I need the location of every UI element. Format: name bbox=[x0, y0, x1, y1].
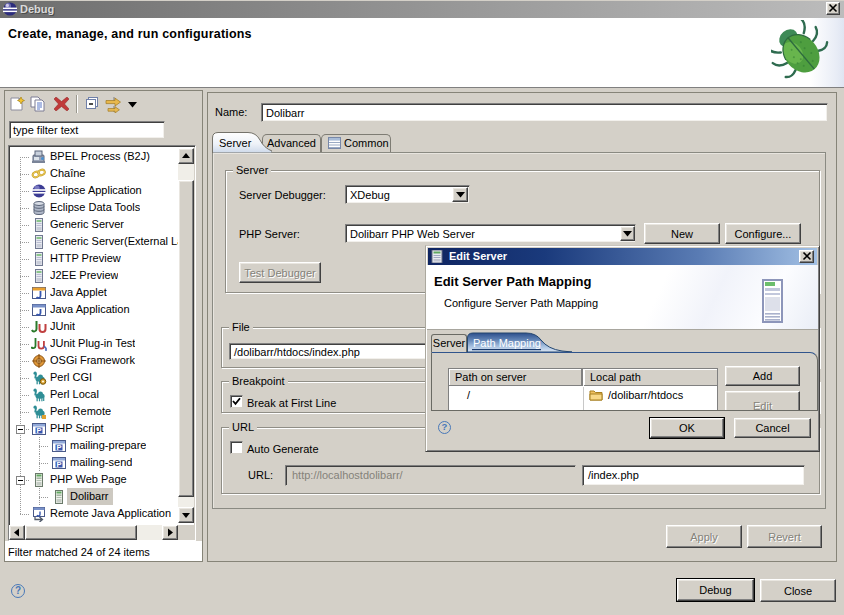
svg-text:Path Mapping: Path Mapping bbox=[473, 337, 541, 349]
svg-text:P: P bbox=[56, 443, 61, 452]
svg-text:P: P bbox=[36, 426, 41, 435]
svg-text:P: P bbox=[56, 460, 61, 469]
svg-text:Server: Server bbox=[219, 137, 252, 149]
